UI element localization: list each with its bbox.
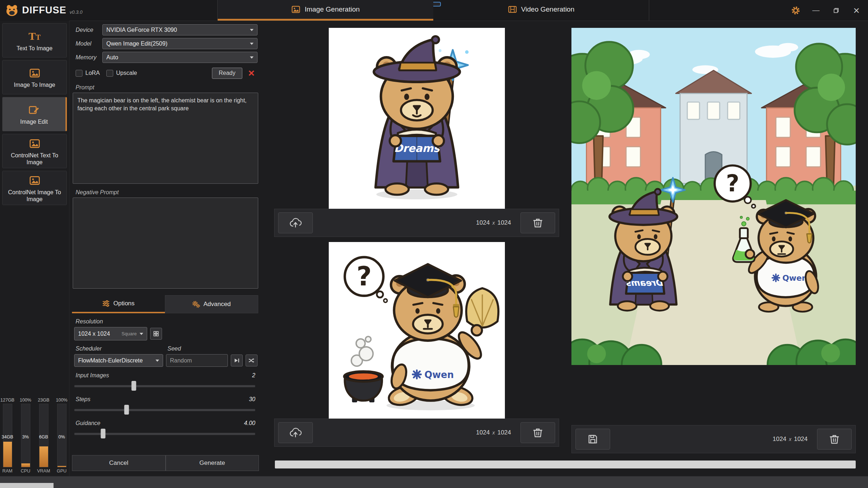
cancel-button[interactable]: Cancel	[72, 455, 166, 471]
upload-image-button[interactable]	[278, 422, 313, 443]
sidebar-item-label: ControlNet Image To Image	[5, 189, 64, 203]
gauge-name: GPU	[57, 468, 67, 474]
action-row: Cancel Generate	[72, 455, 259, 471]
output-image-preview[interactable]: Dreams Qwen	[571, 28, 856, 365]
gauge-value: 6GB	[39, 434, 48, 440]
tab-label: Advanced	[203, 301, 231, 308]
ready-button[interactable]: Ready	[212, 68, 242, 79]
app-version: v0.3.0	[70, 9, 82, 15]
aspect-ratio-value: Square	[122, 331, 137, 336]
sidebar-item-image-to-image[interactable]: Image To Image	[2, 60, 67, 94]
tab-image-generation[interactable]: Image Generation	[218, 0, 433, 21]
gauge-max: 23GB	[38, 398, 50, 403]
scheduler-select[interactable]: FlowMatch-EulerDiscrete	[74, 354, 163, 367]
slider-handle[interactable]	[101, 429, 106, 438]
sidebar-item-text-to-image[interactable]: TT Text To Image	[2, 23, 67, 58]
status-bar	[0, 476, 868, 488]
chevron-down-icon	[250, 43, 254, 45]
sidebar-item-label: ControlNet Text To Image	[5, 152, 64, 166]
delete-image-button[interactable]	[520, 422, 555, 443]
generate-button[interactable]: Generate	[166, 455, 259, 471]
gauge-track: 3%	[21, 404, 30, 467]
upload-image-button[interactable]	[278, 212, 313, 233]
clear-icon[interactable]: ×	[245, 68, 258, 79]
scheduler-value: FlowMatch-EulerDiscrete	[78, 357, 153, 364]
delete-image-button[interactable]	[520, 212, 555, 233]
close-button[interactable]: ×	[846, 0, 867, 21]
minimize-button[interactable]: —	[806, 0, 826, 21]
lora-checkbox[interactable]	[76, 70, 82, 77]
slider-track[interactable]	[74, 409, 255, 411]
settings-button[interactable]	[786, 0, 806, 21]
input-image-1-preview[interactable]: Dreams	[274, 28, 559, 209]
steps-head: Steps 30	[76, 396, 255, 403]
qwen-logo-star	[772, 274, 779, 281]
randomize-seed-button[interactable]	[246, 355, 258, 366]
guidance-head: Guidance 4.00	[76, 420, 255, 427]
negative-prompt-input[interactable]	[73, 198, 258, 289]
tab-options[interactable]: Options	[72, 295, 165, 313]
scheduler-seed-labels: Scheduler Seed	[74, 345, 258, 352]
image-icon	[29, 175, 41, 186]
sidebar-item-label: Image Edit	[20, 118, 48, 125]
gauge-name: RAM	[3, 468, 13, 474]
mode-sidebar: TT Text To Image Image To Image Image Ed…	[0, 21, 69, 488]
minimize-icon: —	[812, 6, 820, 14]
shirt-logo-text: Qwen	[424, 369, 454, 380]
gauge-gpu: 100% 0% GPU	[55, 398, 69, 474]
resolution-grid-button[interactable]	[150, 328, 162, 340]
maximize-button[interactable]	[826, 0, 846, 21]
gauge-fill	[58, 466, 66, 467]
slider-handle[interactable]	[124, 405, 129, 415]
input-images-slider[interactable]	[74, 381, 255, 391]
model-select[interactable]: Qwen Image Edit(2509)	[102, 38, 258, 49]
device-label: Device	[76, 27, 102, 33]
gauge-fill	[3, 442, 12, 467]
steps-value: 30	[249, 396, 255, 403]
memory-value: Auto	[106, 54, 247, 61]
reuse-seed-button[interactable]	[231, 355, 243, 366]
upscale-label: Upscale	[116, 70, 137, 76]
scheduler-label: Scheduler	[74, 345, 163, 352]
tab-video-generation[interactable]: Video Generation	[433, 0, 649, 21]
memory-select[interactable]: Auto	[102, 52, 258, 63]
app-logo-icon	[5, 4, 19, 17]
status-progress-segment	[0, 483, 54, 488]
gauge-track: 6GB	[39, 404, 48, 467]
save-image-button[interactable]	[575, 429, 610, 450]
device-select[interactable]: NVIDIA GeForce RTX 3090	[102, 24, 258, 35]
gauge-value: 34GB	[2, 434, 13, 440]
gauge-max: 127GB	[0, 398, 14, 403]
delete-image-button[interactable]	[817, 429, 852, 450]
output-footer: 1024x1024	[571, 425, 856, 453]
input-image-2-preview[interactable]: ? Qwen	[274, 242, 559, 419]
generated-scene-image: Dreams Qwen	[571, 28, 856, 365]
device-row: Device NVIDIA GeForce RTX 3090	[76, 24, 258, 35]
guidance-slider[interactable]	[74, 429, 255, 438]
slider-handle[interactable]	[132, 381, 136, 391]
video-generation-icon	[508, 5, 517, 14]
chevron-down-icon	[250, 56, 254, 59]
prompt-input[interactable]: The magician bear is on the left, the al…	[73, 93, 258, 184]
steps-slider[interactable]	[74, 405, 255, 415]
resolution-select[interactable]: 1024 x 1024 Square	[74, 327, 147, 340]
sidebar-item-controlnet-text-to-image[interactable]: ControlNet Text To Image	[2, 134, 67, 168]
sidebar-item-image-edit[interactable]: Image Edit	[2, 97, 67, 131]
feature-toggles-row: LoRA Upscale Ready ×	[76, 67, 258, 79]
shirt-logo-text: Qwen	[782, 273, 807, 283]
image-generation-icon	[291, 5, 301, 14]
gauge-fill	[21, 463, 30, 467]
trash-icon	[828, 433, 841, 445]
close-icon: ×	[853, 4, 860, 17]
slider-track[interactable]	[74, 385, 255, 387]
options-icon	[102, 300, 110, 307]
size-height: 1024	[497, 429, 511, 436]
gauge-value: 0%	[58, 434, 65, 440]
seed-input[interactable]	[166, 354, 228, 367]
tab-advanced[interactable]: Advanced	[165, 295, 259, 313]
sidebar-item-controlnet-image-to-image[interactable]: ControlNet Image To Image	[2, 171, 67, 205]
size-width: 1024	[476, 219, 490, 226]
size-width: 1024	[773, 436, 786, 443]
chevron-down-icon	[156, 360, 159, 362]
upscale-checkbox[interactable]	[106, 70, 113, 77]
